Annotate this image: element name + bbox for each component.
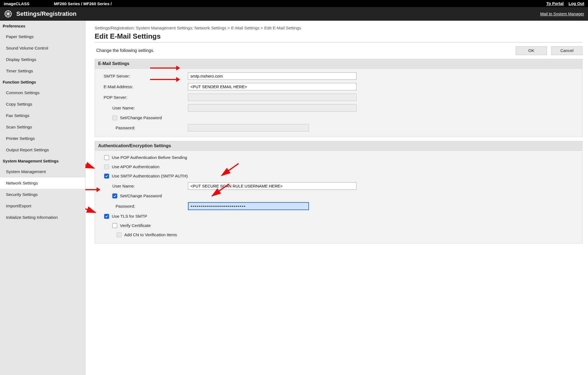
smtp-password-label: Password: [98, 204, 188, 209]
sidebar-item-timer-settings[interactable]: Timer Settings [0, 65, 85, 77]
sidebar-item-system-management[interactable]: System Management [0, 166, 85, 177]
svg-line-1 [85, 159, 94, 168]
add-cn-checkbox[interactable] [117, 232, 122, 237]
email-address-input[interactable] [188, 83, 357, 90]
pop-username-label: User Name: [98, 106, 188, 110]
to-portal-link[interactable]: To Portal [546, 1, 564, 6]
add-cn-label: Add CN to Verification Items [124, 232, 177, 237]
verify-cert-label: Verify Certificate [120, 223, 151, 228]
breadcrumb: Settings/Registration: System Management… [95, 26, 583, 30]
header-title: Settings/Registration [16, 10, 76, 17]
pop-server-label: POP Server: [98, 95, 188, 100]
sidebar-item-copy-settings[interactable]: Copy Settings [0, 99, 85, 110]
pop-server-input[interactable] [188, 94, 357, 101]
email-settings-header: E-Mail Settings [95, 59, 582, 69]
smtp-auth-checkbox[interactable] [104, 174, 109, 179]
smtp-username-label: User Name: [98, 184, 188, 189]
pop-setpassword-label: Set/Change Password [120, 115, 162, 120]
email-address-label: E-Mail Address: [98, 84, 188, 89]
ok-button[interactable]: OK [516, 46, 547, 55]
page-title: Edit E-Mail Settings [95, 32, 583, 42]
pop-auth-label: Use POP Authentication Before Sending [112, 155, 187, 160]
pop-password-label: Password: [98, 125, 188, 130]
smtp-password-input[interactable] [188, 202, 309, 210]
use-tls-checkbox[interactable] [104, 214, 109, 219]
smtp-setpassword-label: Set/Change Password [120, 193, 162, 198]
smtp-username-input[interactable] [188, 182, 357, 190]
smtp-server-label: SMTP Server: [98, 74, 188, 79]
top-bar: imageCLASS MF260 Series / MF260 Series /… [0, 0, 588, 7]
sidebar-item-fax-settings[interactable]: Fax Settings [0, 110, 85, 121]
log-out-link[interactable]: Log Out [569, 1, 584, 6]
pop-username-input[interactable] [188, 104, 357, 112]
action-row: Change the following settings. OK Cancel [95, 45, 583, 59]
sidebar-item-import-export[interactable]: Import/Export [0, 200, 85, 212]
sidebar-item-sound-volume[interactable]: Sound Volume Control [0, 42, 85, 54]
sidebar-item-printer-settings[interactable]: Printer Settings [0, 133, 85, 144]
email-settings-panel: E-Mail Settings SMTP Server: E-Mail Addr… [95, 59, 583, 137]
cancel-button[interactable]: Cancel [551, 46, 583, 55]
sidebar-item-scan-settings[interactable]: Scan Settings [0, 121, 85, 133]
sidebar-item-security-settings[interactable]: Security Settings [0, 189, 85, 200]
sidebar-group-system: System Management Settings [0, 156, 85, 166]
apop-label: Use APOP Authentication [112, 164, 160, 169]
smtp-auth-label: Use SMTP Authentication (SMTP AUTH) [112, 174, 188, 179]
pop-setpassword-checkbox[interactable] [112, 115, 117, 120]
smtp-server-input[interactable] [188, 72, 357, 80]
verify-cert-checkbox[interactable] [112, 223, 117, 228]
brand-label: imageCLASS [4, 1, 29, 6]
main-content: Settings/Registration: System Management… [85, 21, 588, 375]
apop-checkbox[interactable] [104, 164, 109, 169]
pop-password-input[interactable] [188, 124, 309, 131]
sidebar: Preferences Paper Settings Sound Volume … [0, 21, 85, 375]
sidebar-group-preferences: Preferences [0, 21, 85, 31]
sidebar-item-network-settings[interactable]: Network Settings [0, 177, 85, 189]
sidebar-item-paper-settings[interactable]: Paper Settings [0, 31, 85, 42]
sidebar-item-initialize-setting[interactable]: Initialize Setting Information [0, 212, 85, 223]
model-label: MF260 Series / MF260 Series / [54, 1, 112, 6]
mail-to-system-manager-link[interactable]: Mail to System Manager [540, 11, 584, 16]
sidebar-group-function: Function Settings [0, 77, 85, 87]
auth-encryption-panel: Authentication/Encryption Settings Use P… [95, 141, 583, 244]
instruction-text: Change the following settings. [95, 48, 154, 53]
sidebar-item-output-report[interactable]: Output Report Settings [0, 144, 85, 156]
smtp-setpassword-checkbox[interactable] [112, 193, 117, 198]
pop-auth-checkbox[interactable] [104, 155, 109, 160]
svg-line-2 [85, 203, 95, 213]
auth-encryption-header: Authentication/Encryption Settings [95, 141, 582, 151]
use-tls-label: Use TLS for SMTP [112, 214, 147, 219]
settings-icon [4, 10, 13, 18]
sidebar-item-display-settings[interactable]: Display Settings [0, 54, 85, 65]
header-bar: Settings/Registration Mail to System Man… [0, 7, 588, 21]
sidebar-item-common-settings[interactable]: Common Settings [0, 87, 85, 99]
